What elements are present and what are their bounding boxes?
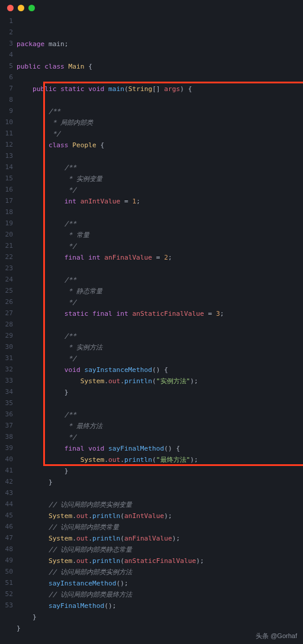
token-pln xyxy=(17,310,65,318)
token-pln: ) { xyxy=(180,85,192,93)
zoom-icon[interactable] xyxy=(28,5,35,11)
line-number: 47 xyxy=(0,532,13,543)
token-pln: ( xyxy=(120,535,124,542)
line-number: 5 xyxy=(0,60,13,72)
close-icon[interactable] xyxy=(7,5,14,11)
token-kw: final xyxy=(65,445,85,452)
code-line: System.out.println("实例方法"); xyxy=(17,376,303,387)
token-id: out xyxy=(108,456,120,464)
code-line: } xyxy=(17,387,303,398)
token-cls: System xyxy=(80,377,104,385)
line-number: 38 xyxy=(0,431,13,442)
line-number: 1 xyxy=(0,15,13,27)
token-fn: println xyxy=(124,456,152,464)
line-number: 14 xyxy=(0,161,13,173)
token-cmt: * 实例变量 xyxy=(65,175,102,183)
token-pln: ); xyxy=(190,456,198,464)
token-fn: sayInstanceMethod xyxy=(49,580,117,587)
line-gutter: 1234567891011121314151617181920212223242… xyxy=(0,15,17,634)
token-pln: = xyxy=(120,198,132,205)
code-line: */ xyxy=(17,185,303,196)
code-line: // 访问局部内部类实例变量 xyxy=(17,499,303,510)
token-cmt: // 访问局部内部类实例变量 xyxy=(49,501,132,509)
token-cls: System xyxy=(49,512,72,520)
token-cls: System xyxy=(49,557,72,565)
token-cmt: * 静态常量 xyxy=(65,287,102,295)
token-pln xyxy=(17,501,49,509)
token-fn: sayFinalMethod xyxy=(49,602,104,610)
token-cmt: // 访问局部内部类实例方法 xyxy=(49,568,132,576)
token-pln xyxy=(17,445,65,452)
code-line: static final int anStaticFinalValue = 3; xyxy=(17,308,303,319)
token-kw: package xyxy=(17,40,44,48)
token-kw: public xyxy=(17,63,40,70)
token-fn: sayInstanceMethod xyxy=(85,366,153,374)
token-pln xyxy=(17,523,49,531)
token-pln: ); xyxy=(164,512,172,520)
token-cmt: * 常量 xyxy=(65,231,89,239)
token-pln xyxy=(76,198,80,205)
line-number: 17 xyxy=(0,195,13,206)
token-pln xyxy=(17,456,80,464)
line-number: 28 xyxy=(0,319,13,330)
code-line: */ xyxy=(17,297,303,308)
token-pln xyxy=(17,535,49,542)
token-pln xyxy=(17,254,65,261)
code-line xyxy=(17,398,303,409)
token-kw: final xyxy=(92,310,112,318)
token-kw: void xyxy=(88,85,104,93)
token-dot: . xyxy=(120,456,124,464)
line-number: 3 xyxy=(0,38,13,49)
code-line: */ xyxy=(17,128,303,140)
line-number: 18 xyxy=(0,206,13,218)
token-pln xyxy=(17,299,65,306)
token-pln: ( xyxy=(120,557,124,565)
token-pln xyxy=(17,276,65,284)
code-pane: package main;public class Main { public … xyxy=(17,15,303,634)
token-pln: ; xyxy=(65,40,69,48)
token-pln xyxy=(17,186,65,194)
token-pln xyxy=(17,119,49,127)
token-id: out xyxy=(108,377,120,385)
code-line: } xyxy=(17,611,303,623)
code-line: * 最终方法 xyxy=(17,420,303,432)
line-number: 4 xyxy=(0,49,13,60)
token-pln: } xyxy=(17,389,69,396)
token-kw: int xyxy=(88,254,100,261)
token-id: anFinalValue xyxy=(104,254,152,261)
token-pln: () { xyxy=(152,366,168,374)
token-fn: println xyxy=(92,557,120,565)
code-line: /** xyxy=(17,409,303,420)
token-fn: println xyxy=(124,377,152,385)
token-id: out xyxy=(76,512,88,520)
code-line: /** xyxy=(17,106,303,117)
minimize-icon[interactable] xyxy=(18,5,24,11)
token-str: "实例方法" xyxy=(156,377,190,385)
token-pln xyxy=(104,445,108,452)
token-cmt: * 实例方法 xyxy=(65,344,102,351)
token-cls: String xyxy=(128,85,152,93)
line-number: 8 xyxy=(0,94,13,105)
token-pln xyxy=(17,130,49,138)
token-cmt: /** xyxy=(49,108,60,115)
line-number: 21 xyxy=(0,240,13,251)
line-number: 9 xyxy=(0,105,13,116)
token-pln xyxy=(17,344,65,351)
line-number: 44 xyxy=(0,499,13,510)
token-id: anIntValue xyxy=(124,512,164,520)
token-pln: [] xyxy=(152,85,164,93)
code-line: public static void main(String[] args) { xyxy=(17,83,303,95)
token-pln xyxy=(17,164,65,171)
token-pln xyxy=(17,602,49,610)
code-line: // 访问局部内部类实例方法 xyxy=(17,567,303,578)
line-number: 23 xyxy=(0,263,13,274)
line-number: 46 xyxy=(0,521,13,532)
token-pln: ; xyxy=(136,198,140,205)
token-id: anFinalValue xyxy=(124,535,172,542)
token-pln xyxy=(17,512,49,520)
token-pln xyxy=(17,591,49,598)
token-pln: (); xyxy=(104,602,116,610)
token-pln xyxy=(17,231,65,239)
token-cmt: /** xyxy=(65,164,76,171)
token-id: out xyxy=(76,535,88,542)
